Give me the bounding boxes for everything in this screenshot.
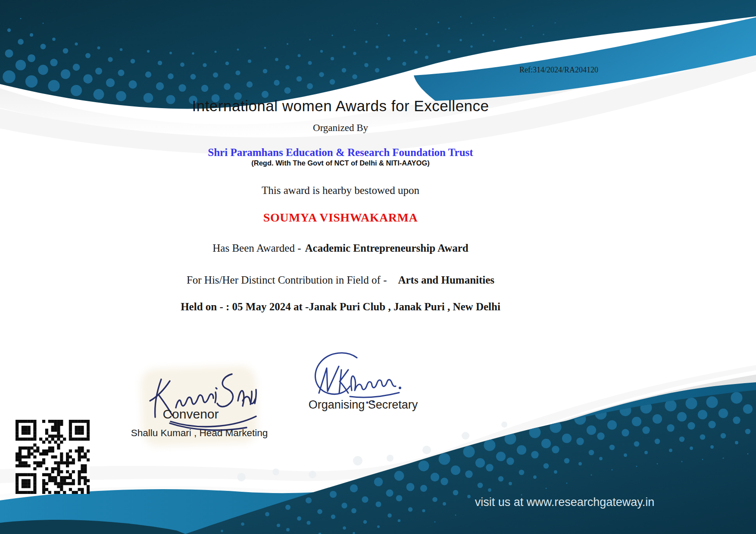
certificate-title: International women Awards for Excellenc… <box>0 97 681 115</box>
organising-secretary-signature <box>302 348 409 406</box>
footer-website-text: visit us at www.researchgateway.in <box>448 496 681 509</box>
bestowed-line: This award is hearby bestowed upon <box>0 184 681 197</box>
event-line: Held on - : 05 May 2024 at -Janak Puri C… <box>0 301 681 313</box>
field-line: For His/Her Distinct Contribution in Fie… <box>0 274 681 286</box>
bottom-dark-wave <box>185 390 756 534</box>
convenor-role-label: Convenor <box>129 407 252 422</box>
field-prefix: For His/Her Distinct Contribution in Fie… <box>187 274 387 286</box>
certificate-page: Ref:314/2024/RA204120 International wome… <box>0 0 756 534</box>
field-value: Arts and Humanities <box>398 274 494 286</box>
organization-registration: (Regd. With The Govt of NCT of Delhi & N… <box>0 159 681 167</box>
organized-by-label: Organized By <box>0 122 681 134</box>
award-prefix: Has Been Awarded - <box>212 242 301 254</box>
reference-number: Ref:314/2024/RA204120 <box>519 66 598 75</box>
organising-secretary-role-label: Organising Secretary <box>302 398 425 412</box>
qr-code <box>16 420 90 494</box>
recipient-name: SOUMYA VISHWAKARMA <box>0 211 681 225</box>
award-line: Has Been Awarded -Academic Entrepreneurs… <box>0 242 681 254</box>
convenor-detail-label: Shallu Kumari , Head Marketing <box>121 428 278 439</box>
organization-name: Shri Paramhans Education & Research Foun… <box>0 147 681 159</box>
award-title: Academic Entrepreneurship Award <box>305 242 469 254</box>
